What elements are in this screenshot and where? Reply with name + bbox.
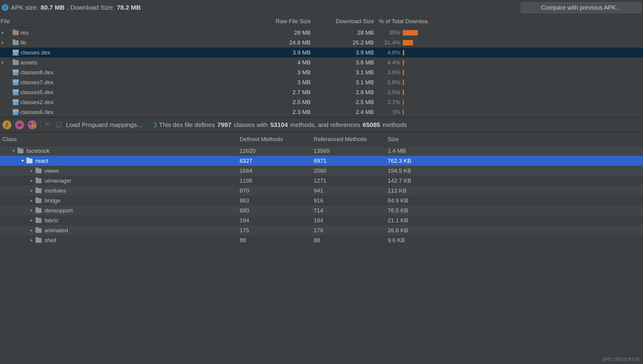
class-row[interactable]: react63276971762.3 KB <box>0 156 643 166</box>
file-dl: 3.1 MB <box>313 69 376 76</box>
package-icon <box>26 159 33 163</box>
class-row[interactable]: modules870941112 KB <box>0 186 643 196</box>
download-size-value: 78.2 MB <box>117 4 141 11</box>
class-referenced: 714 <box>311 207 385 214</box>
file-dl: 3.6 MB <box>313 59 376 66</box>
class-row[interactable]: animated17517626.6 KB <box>0 225 643 235</box>
res-icon <box>13 30 19 35</box>
expand-icon[interactable] <box>30 179 34 183</box>
expand-icon[interactable] <box>30 238 34 242</box>
class-defined: 863 <box>237 197 311 204</box>
expand-icon[interactable] <box>30 199 34 203</box>
file-dl: 2.5 MB <box>313 99 376 106</box>
file-name: classes2.dex <box>20 99 54 106</box>
file-row[interactable]: res28 MB28 MB35% <box>0 28 643 38</box>
expand-icon[interactable] <box>30 208 34 213</box>
class-table-body: facebook12620135691.4 MBreact63276971762… <box>0 146 643 245</box>
file-raw: 4 MB <box>249 59 313 66</box>
expand-icon[interactable] <box>1 41 5 45</box>
collapse-icon[interactable] <box>11 149 16 153</box>
class-name: shell <box>45 237 56 244</box>
nav-up-icon[interactable] <box>44 121 51 128</box>
column-class[interactable]: Class <box>0 136 237 143</box>
column-pct-download[interactable]: % of Total Downloa.. <box>376 18 429 25</box>
class-size: 21.1 KB <box>385 217 643 224</box>
class-referenced: 176 <box>311 227 385 234</box>
file-row[interactable]: assets4 MB3.6 MB4.4% <box>0 57 643 67</box>
compare-apk-button[interactable]: Compare with previous APK... <box>521 2 641 13</box>
class-name: react <box>36 158 48 164</box>
file-raw: 3.9 MB <box>249 49 313 56</box>
file-pct: 31.4% <box>376 39 403 46</box>
expand-icon[interactable] <box>1 60 5 65</box>
class-row[interactable]: shell88889.6 KB <box>0 235 643 245</box>
file-bar <box>403 70 429 75</box>
class-row[interactable]: facebook12620135691.4 MB <box>0 146 643 156</box>
class-name: bridge <box>45 197 61 204</box>
file-pct: 3% <box>376 109 403 116</box>
class-defined: 1664 <box>237 168 311 174</box>
file-bar <box>403 90 429 95</box>
file-name: classes6.dex <box>20 109 54 116</box>
class-defined: 870 <box>237 187 311 194</box>
class-defined: 1195 <box>237 177 311 184</box>
file-bar <box>403 50 429 55</box>
file-row[interactable]: classes7.dex3 MB3.1 MB3.8% <box>0 77 643 87</box>
class-row[interactable]: views16642060194.5 KB <box>0 166 643 176</box>
class-row[interactable]: fabric19419421.1 KB <box>0 215 643 225</box>
class-size: 1.4 MB <box>385 148 643 154</box>
expand-icon[interactable] <box>30 228 34 233</box>
expand-icon[interactable] <box>30 189 34 193</box>
expand-icon[interactable] <box>1 31 5 35</box>
class-defined: 680 <box>237 207 311 214</box>
class-defined: 194 <box>237 217 311 224</box>
file-row[interactable]: lib24.6 MB25.2 MB31.4% <box>0 38 643 48</box>
svg-marker-14 <box>31 239 33 242</box>
file-dl: 25.2 MB <box>313 39 376 46</box>
show-fields-button[interactable]: f <box>2 120 11 129</box>
file-pct: 3.8% <box>376 79 403 86</box>
apk-size-label: APK size: <box>11 4 38 11</box>
column-file[interactable]: File <box>0 18 249 25</box>
file-row[interactable]: classes6.dex2.3 MB2.4 MB3% <box>0 107 643 117</box>
ab-file-icon[interactable]: a.b <box>55 121 62 128</box>
class-row[interactable]: bridge86391684.9 KB <box>0 196 643 205</box>
file-row[interactable]: classes5.dex2.7 MB2.8 MB3.5% <box>0 87 643 97</box>
class-name: modules <box>45 187 66 194</box>
file-name: assets <box>20 59 37 66</box>
file-row[interactable]: classes.dex3.9 MB3.9 MB4.8% <box>0 48 643 57</box>
file-pct: 3.1% <box>376 99 403 106</box>
dex-toolbar: f m mf a.b Load Proguard mappings... Thi… <box>0 117 643 133</box>
class-row[interactable]: uimanager11951271142.7 KB <box>0 176 643 186</box>
class-row[interactable]: devsupport68071476.5 KB <box>0 205 643 215</box>
package-icon <box>36 178 42 183</box>
dex-icon <box>13 109 19 115</box>
show-methods-fields-button[interactable]: mf <box>28 120 37 129</box>
column-download-size[interactable]: Download Size <box>313 18 376 25</box>
package-icon <box>36 238 42 243</box>
show-methods-button[interactable]: m <box>15 120 24 129</box>
toolbar-separator <box>40 121 41 129</box>
file-row[interactable]: classes8.dex3 MB3.1 MB3.9% <box>0 67 643 77</box>
load-proguard-link[interactable]: Load Proguard mappings... <box>66 121 142 128</box>
dex-icon <box>13 69 19 76</box>
file-row[interactable]: classes2.dex2.5 MB2.5 MB3.1% <box>0 97 643 107</box>
file-bar <box>403 80 429 85</box>
class-size: 26.6 KB <box>385 227 643 234</box>
file-bar <box>403 60 429 65</box>
package-icon <box>36 168 42 173</box>
svg-text:a.b: a.b <box>57 124 61 127</box>
file-bar <box>403 40 429 45</box>
expand-icon[interactable] <box>30 218 34 223</box>
package-icon <box>36 188 42 193</box>
column-referenced[interactable]: Referenced Methods <box>311 136 385 143</box>
collapse-icon[interactable] <box>20 159 25 163</box>
class-size: 762.3 KB <box>385 158 643 164</box>
expand-icon[interactable] <box>30 169 34 173</box>
column-size[interactable]: Size <box>385 136 643 143</box>
class-size: 9.6 KB <box>385 237 643 244</box>
file-name: classes7.dex <box>20 79 54 86</box>
column-defined[interactable]: Defined Methods <box>237 136 311 143</box>
column-raw-size[interactable]: Raw File Size <box>249 18 313 25</box>
file-raw: 2.3 MB <box>249 109 313 116</box>
